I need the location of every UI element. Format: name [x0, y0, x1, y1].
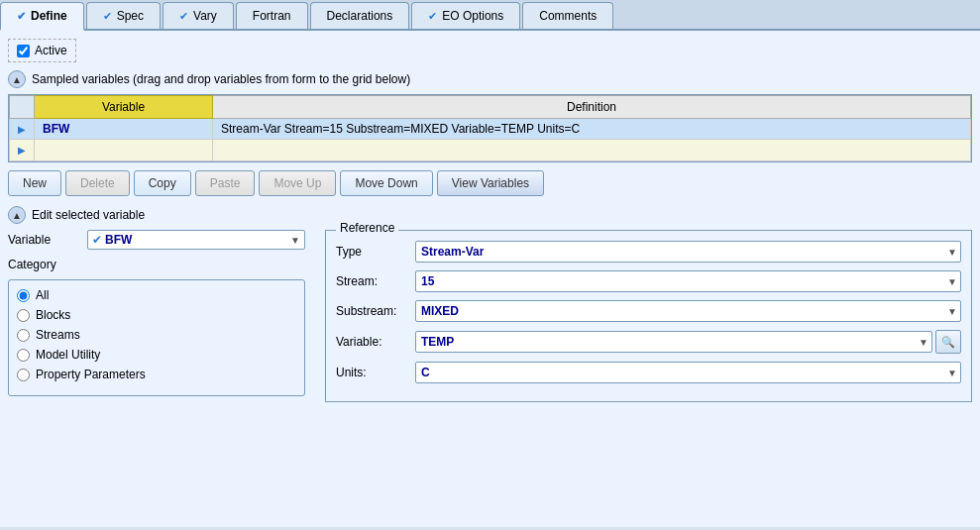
variable-cell: BFW: [35, 119, 213, 140]
category-blocks-row: Blocks: [17, 308, 296, 322]
tab-declarations-label: Declarations: [327, 9, 393, 23]
category-label: Category: [8, 258, 305, 271]
definition-cell: Stream-Var Stream=15 Substream=MIXED Var…: [213, 119, 971, 140]
ref-variable-select-container[interactable]: TEMP ▼: [415, 331, 932, 353]
sampled-collapse-btn[interactable]: ▲: [8, 70, 26, 88]
variable-check-icon: ✔: [92, 233, 102, 247]
tab-eo-options-label: EO Options: [442, 9, 503, 23]
spec-check-icon: ✔: [103, 10, 112, 23]
delete-button[interactable]: Delete: [65, 170, 130, 196]
units-label: Units:: [336, 366, 415, 379]
variable-value: BFW: [105, 233, 132, 247]
tab-declarations[interactable]: Declarations: [310, 2, 410, 29]
category-all-label: All: [36, 288, 49, 302]
tab-comments[interactable]: Comments: [522, 2, 613, 29]
reference-panel: Reference Type Stream-Var ▼ Stream: 15: [325, 230, 972, 402]
active-row: Active: [8, 39, 76, 62]
edit-section: Variable ✔ BFW ▼ Category All: [8, 230, 972, 402]
col-header-variable: Variable: [35, 96, 213, 119]
stream-field-row: Stream: 15 ▼: [336, 270, 961, 292]
units-select[interactable]: C: [415, 362, 961, 383]
type-select[interactable]: Stream-Var: [415, 241, 961, 263]
left-panel: Variable ✔ BFW ▼ Category All: [8, 230, 305, 402]
toolbar: New Delete Copy Paste Move Up Move Down …: [8, 170, 972, 196]
category-streams-label: Streams: [36, 328, 80, 342]
variable-cell-empty: [35, 140, 213, 161]
stream-select-container[interactable]: 15 ▼: [415, 270, 961, 292]
variables-table: Variable Definition ▶ BFW Stream-Var Str…: [9, 95, 971, 161]
tab-eo-options[interactable]: ✔ EO Options: [411, 2, 520, 29]
tab-fortran-label: Fortran: [253, 9, 291, 23]
category-streams-radio[interactable]: [17, 329, 30, 342]
browse-icon: 🔍: [941, 336, 955, 349]
ref-variable-select[interactable]: TEMP: [415, 331, 932, 353]
category-property-params-radio[interactable]: [17, 369, 30, 381]
category-model-utility-radio[interactable]: [17, 349, 30, 362]
category-property-params-row: Property Parameters: [17, 368, 296, 381]
type-label: Type: [336, 245, 415, 259]
substream-select-container[interactable]: MIXED ▼: [415, 300, 961, 322]
definition-cell-empty: [213, 140, 971, 161]
category-blocks-radio[interactable]: [17, 309, 30, 322]
units-field-row: Units: C ▼: [336, 362, 961, 383]
tab-spec[interactable]: ✔ Spec: [86, 2, 161, 29]
substream-field-row: Substream: MIXED ▼: [336, 300, 961, 322]
ref-variable-field-row: Variable: TEMP ▼ 🔍: [336, 330, 961, 354]
category-blocks-label: Blocks: [36, 308, 70, 322]
table-row[interactable]: ▶: [10, 140, 971, 161]
category-property-params-label: Property Parameters: [36, 368, 146, 381]
category-all-radio[interactable]: [17, 289, 30, 302]
row-arrow: ▶: [10, 119, 35, 140]
category-model-utility-label: Model Utility: [36, 348, 100, 362]
active-label: Active: [35, 44, 67, 57]
tab-bar: ✔ Define ✔ Spec ✔ Vary Fortran Declarati…: [0, 0, 980, 31]
variable-browse-button[interactable]: 🔍: [935, 330, 961, 354]
type-select-container[interactable]: Stream-Var ▼: [415, 241, 961, 263]
variable-field-label: Variable: [8, 233, 87, 247]
stream-label: Stream:: [336, 274, 415, 288]
substream-label: Substream:: [336, 304, 415, 318]
edit-section-header: ▲ Edit selected variable: [8, 206, 972, 224]
ref-variable-label: Variable:: [336, 335, 415, 349]
move-up-button[interactable]: Move Up: [259, 170, 336, 196]
units-select-container[interactable]: C ▼: [415, 362, 961, 383]
tab-fortran[interactable]: Fortran: [236, 2, 308, 29]
row-arrow-empty: ▶: [10, 140, 35, 161]
paste-button[interactable]: Paste: [195, 170, 256, 196]
variables-grid: Variable Definition ▶ BFW Stream-Var Str…: [8, 94, 972, 162]
main-content: Active ▲ Sampled variables (drag and dro…: [0, 31, 980, 527]
view-variables-button[interactable]: View Variables: [437, 170, 544, 196]
table-row[interactable]: ▶ BFW Stream-Var Stream=15 Substream=MIX…: [10, 119, 971, 140]
category-section: Category All Blocks Streams: [8, 258, 305, 396]
col-header-definition: Definition: [213, 96, 971, 119]
category-streams-row: Streams: [17, 328, 296, 342]
copy-button[interactable]: Copy: [134, 170, 191, 196]
vary-check-icon: ✔: [179, 10, 188, 23]
edit-collapse-btn[interactable]: ▲: [8, 206, 26, 224]
edit-section-label: Edit selected variable: [32, 208, 145, 222]
move-down-button[interactable]: Move Down: [340, 170, 432, 196]
substream-select[interactable]: MIXED: [415, 300, 961, 322]
variable-field-row: Variable ✔ BFW ▼: [8, 230, 305, 250]
tab-vary[interactable]: ✔ Vary: [163, 2, 234, 29]
category-all-row: All: [17, 288, 296, 302]
variable-select-wrapper[interactable]: ✔ BFW ▼: [87, 230, 305, 250]
define-check-icon: ✔: [17, 10, 26, 23]
eo-options-check-icon: ✔: [428, 10, 437, 23]
sampled-section-header: ▲ Sampled variables (drag and drop varia…: [8, 70, 972, 88]
stream-select[interactable]: 15: [415, 270, 961, 292]
tab-comments-label: Comments: [539, 9, 597, 23]
reference-label: Reference: [336, 221, 398, 235]
tab-define[interactable]: ✔ Define: [0, 2, 84, 31]
active-checkbox[interactable]: [17, 45, 30, 57]
category-box: All Blocks Streams Model Utility: [8, 279, 305, 396]
category-model-utility-row: Model Utility: [17, 348, 296, 362]
variable-dropdown-arrow: ▼: [290, 235, 300, 246]
tab-define-label: Define: [31, 9, 67, 23]
sampled-section-label: Sampled variables (drag and drop variabl…: [32, 72, 410, 86]
type-field-row: Type Stream-Var ▼: [336, 241, 961, 263]
new-button[interactable]: New: [8, 170, 61, 196]
tab-vary-label: Vary: [193, 9, 217, 23]
tab-spec-label: Spec: [117, 9, 144, 23]
